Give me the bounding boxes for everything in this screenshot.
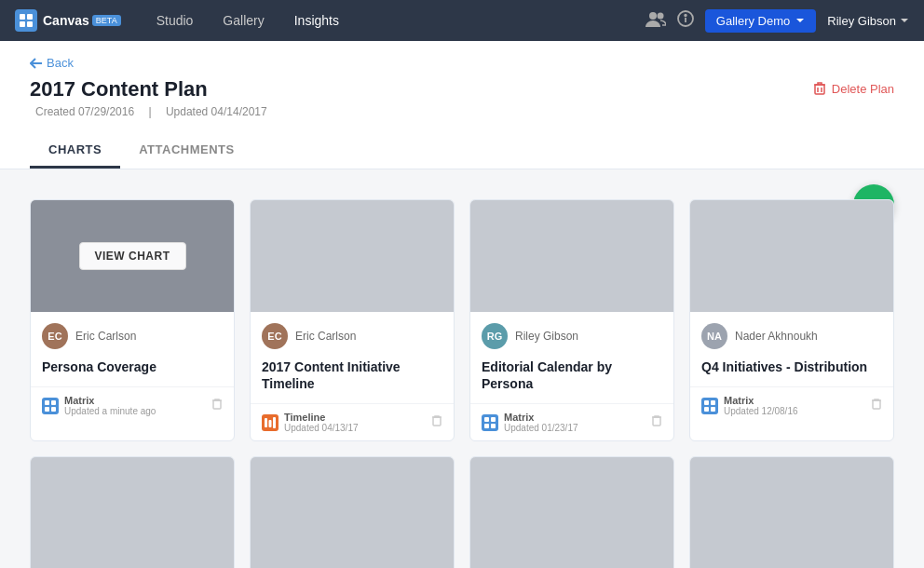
- card-type-0: Matrix Updated a minute ago: [42, 395, 156, 416]
- card-6[interactable]: NA Nader Akhnoukh Delivery by Quarter: B…: [469, 456, 674, 568]
- type-updated-0: Updated a minute ago: [64, 406, 156, 416]
- svg-rect-18: [265, 418, 267, 427]
- card-preview-7: [690, 457, 893, 568]
- nav-gallery[interactable]: Gallery: [210, 7, 277, 34]
- svg-rect-26: [653, 417, 660, 426]
- type-updated-3: Updated 12/08/16: [724, 406, 798, 416]
- card-type-label-0: Matrix Updated a minute ago: [64, 395, 156, 416]
- workspace-dropdown[interactable]: Gallery Demo: [705, 9, 816, 33]
- page-header: Back 2017 Content Plan Created 07/29/201…: [0, 41, 924, 169]
- group-icon[interactable]: [645, 10, 666, 32]
- card-type-1: Timeline Updated 04/13/17: [262, 412, 359, 433]
- svg-rect-25: [491, 424, 496, 428]
- updated-date: Updated 04/14/2017: [166, 105, 267, 118]
- card-delete-3[interactable]: [871, 398, 882, 413]
- brand-beta: BETA: [92, 15, 121, 26]
- delete-label: Delete Plan: [832, 82, 894, 96]
- type-updated-2: Updated 01/23/17: [504, 423, 578, 433]
- info-icon[interactable]: [677, 10, 694, 32]
- nav-studio[interactable]: Studio: [143, 7, 207, 34]
- card-delete-1[interactable]: [431, 414, 442, 430]
- svg-rect-13: [45, 400, 49, 405]
- svg-rect-29: [704, 407, 709, 412]
- view-chart-button-0[interactable]: VIEW CHART: [79, 242, 186, 270]
- card-title-0: Persona Coverage: [31, 355, 234, 386]
- card-type-3: Matrix Updated 12/08/16: [701, 395, 798, 416]
- card-user-info-1: EC Eric Carlson: [251, 312, 454, 355]
- type-name-3: Matrix: [724, 395, 798, 406]
- content-area: + VIEW CHART EC Eric Carlson Persona Cov…: [0, 169, 924, 568]
- type-icon-1: [262, 414, 279, 431]
- card-type-label-3: Matrix Updated 12/08/16: [724, 395, 798, 416]
- card-delete-0[interactable]: [211, 398, 223, 413]
- svg-point-4: [649, 12, 657, 20]
- card-username-3: Nader Akhnoukh: [735, 330, 818, 343]
- svg-point-8: [685, 14, 686, 16]
- card-preview-2: [470, 200, 673, 312]
- card-user-info-3: NA Nader Akhnoukh: [690, 312, 893, 355]
- type-icon-0: [42, 398, 59, 414]
- created-date: Created 07/29/2016: [35, 105, 134, 118]
- card-preview-4: [31, 457, 234, 568]
- tabs: CHARTS ATTACHMENTS: [30, 133, 894, 169]
- page-meta: Created 07/29/2016 | Updated 04/14/2017: [30, 105, 273, 118]
- tab-charts[interactable]: CHARTS: [30, 133, 120, 169]
- svg-rect-17: [213, 400, 221, 409]
- svg-rect-14: [51, 400, 56, 405]
- brand[interactable]: Canvas BETA: [15, 9, 121, 32]
- svg-rect-2: [20, 21, 25, 27]
- card-4[interactable]: RG Riley Gibson Regional Theme Coverage …: [30, 456, 235, 568]
- svg-rect-22: [484, 417, 489, 422]
- card-username-0: Eric Carlson: [75, 330, 136, 343]
- workspace-label: Gallery Demo: [716, 14, 790, 28]
- card-footer-1: Timeline Updated 04/13/17: [251, 403, 454, 440]
- back-button[interactable]: Back: [30, 56, 894, 70]
- tab-attachments[interactable]: ATTACHMENTS: [120, 133, 253, 169]
- card-type-2: Matrix Updated 01/23/17: [482, 412, 578, 433]
- card-7[interactable]: RG Riley Gibson Marketing Theme Coverage…: [689, 456, 894, 568]
- type-icon-3: [701, 398, 718, 414]
- card-delete-2[interactable]: [651, 414, 662, 430]
- card-title-3: Q4 Initiatives - Distribution: [690, 355, 893, 386]
- user-menu[interactable]: Riley Gibson: [827, 14, 909, 28]
- navbar: Canvas BETA Studio Gallery Insights Gall…: [0, 0, 924, 41]
- delete-plan-button[interactable]: Delete Plan: [813, 77, 894, 96]
- card-preview-0: VIEW CHART: [31, 200, 234, 312]
- card-type-label-2: Matrix Updated 01/23/17: [504, 412, 578, 433]
- avatar-0: EC: [42, 323, 68, 349]
- avatar-3: NA: [701, 323, 727, 349]
- card-username-2: Riley Gibson: [515, 330, 578, 343]
- svg-rect-24: [484, 424, 489, 428]
- card-footer-0: Matrix Updated a minute ago: [31, 386, 234, 424]
- avatar-2: RG: [482, 323, 508, 349]
- nav-insights[interactable]: Insights: [281, 7, 352, 34]
- type-name-0: Matrix: [64, 395, 156, 406]
- svg-rect-3: [27, 21, 33, 27]
- svg-rect-31: [873, 400, 880, 409]
- card-preview-5: [251, 457, 454, 568]
- svg-rect-23: [491, 417, 496, 422]
- svg-rect-19: [269, 420, 272, 427]
- user-name: Riley Gibson: [827, 14, 896, 28]
- card-5[interactable]: NA Nader Akhnoukh Marketing Priority Cov…: [250, 456, 455, 568]
- avatar-1: EC: [262, 323, 288, 349]
- meta-separator: |: [148, 105, 151, 118]
- nav-links: Studio Gallery Insights: [143, 7, 645, 34]
- nav-right: Gallery Demo Riley Gibson: [645, 9, 909, 33]
- card-user-info-0: EC Eric Carlson: [31, 312, 234, 355]
- card-footer-3: Matrix Updated 12/08/16: [690, 386, 893, 424]
- type-icon-2: [482, 414, 498, 431]
- card-type-label-1: Timeline Updated 04/13/17: [284, 412, 359, 433]
- card-preview-3: [690, 200, 893, 312]
- svg-rect-27: [704, 400, 709, 405]
- type-name-1: Timeline: [284, 412, 359, 423]
- card-0[interactable]: VIEW CHART EC Eric Carlson Persona Cover…: [30, 199, 235, 441]
- card-2[interactable]: RG Riley Gibson Editorial Calendar by Pe…: [469, 199, 674, 441]
- svg-rect-30: [711, 407, 715, 412]
- brand-icon: [15, 9, 37, 32]
- card-username-1: Eric Carlson: [295, 330, 356, 343]
- card-1[interactable]: EC Eric Carlson 2017 Content Initiative …: [250, 199, 455, 441]
- card-user-info-2: RG Riley Gibson: [470, 312, 673, 355]
- card-3[interactable]: NA Nader Akhnoukh Q4 Initiatives - Distr…: [689, 199, 894, 441]
- type-name-2: Matrix: [504, 412, 578, 423]
